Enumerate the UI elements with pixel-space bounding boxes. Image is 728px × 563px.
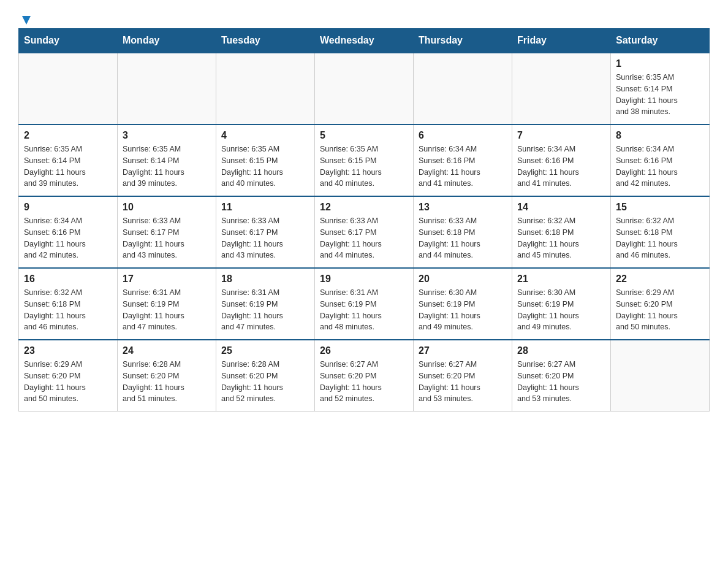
day-number: 21 [517, 274, 605, 285]
day-header-thursday: Thursday [414, 29, 512, 53]
calendar-cell: 16Sunrise: 6:32 AMSunset: 6:18 PMDayligh… [19, 268, 118, 340]
day-header-tuesday: Tuesday [216, 29, 315, 53]
calendar-cell: 18Sunrise: 6:31 AMSunset: 6:19 PMDayligh… [216, 268, 315, 340]
day-info: Sunrise: 6:35 AMSunset: 6:15 PMDaylight:… [320, 144, 408, 190]
day-number: 7 [517, 130, 605, 141]
calendar-table: SundayMondayTuesdayWednesdayThursdayFrid… [18, 28, 710, 412]
day-info: Sunrise: 6:35 AMSunset: 6:14 PMDaylight:… [24, 144, 112, 190]
calendar-cell: 17Sunrise: 6:31 AMSunset: 6:19 PMDayligh… [118, 268, 216, 340]
calendar-week-row: 1Sunrise: 6:35 AMSunset: 6:14 PMDaylight… [19, 53, 710, 124]
calendar-cell: 12Sunrise: 6:33 AMSunset: 6:17 PMDayligh… [315, 196, 414, 268]
calendar-cell [118, 53, 216, 124]
calendar-cell [216, 53, 315, 124]
day-number: 3 [123, 130, 211, 141]
day-info: Sunrise: 6:32 AMSunset: 6:18 PMDaylight:… [616, 215, 704, 261]
day-number: 15 [616, 202, 704, 213]
day-info: Sunrise: 6:33 AMSunset: 6:17 PMDaylight:… [221, 215, 309, 261]
day-number: 23 [24, 345, 112, 356]
day-number: 19 [320, 274, 408, 285]
calendar-cell: 3Sunrise: 6:35 AMSunset: 6:14 PMDaylight… [118, 124, 216, 196]
day-info: Sunrise: 6:32 AMSunset: 6:18 PMDaylight:… [517, 215, 605, 261]
calendar-cell: 26Sunrise: 6:27 AMSunset: 6:20 PMDayligh… [315, 340, 414, 412]
calendar-cell: 25Sunrise: 6:28 AMSunset: 6:20 PMDayligh… [216, 340, 315, 412]
day-header-wednesday: Wednesday [315, 29, 414, 53]
day-number: 1 [616, 58, 704, 69]
calendar-cell [611, 340, 710, 412]
day-number: 20 [419, 274, 507, 285]
day-number: 18 [221, 274, 309, 285]
day-info: Sunrise: 6:31 AMSunset: 6:19 PMDaylight:… [320, 287, 408, 333]
day-number: 22 [616, 274, 704, 285]
day-info: Sunrise: 6:33 AMSunset: 6:18 PMDaylight:… [419, 215, 507, 261]
calendar-cell: 7Sunrise: 6:34 AMSunset: 6:16 PMDaylight… [512, 124, 611, 196]
day-info: Sunrise: 6:33 AMSunset: 6:17 PMDaylight:… [123, 215, 211, 261]
day-number: 28 [517, 345, 605, 356]
day-info: Sunrise: 6:27 AMSunset: 6:20 PMDaylight:… [320, 359, 408, 405]
day-info: Sunrise: 6:34 AMSunset: 6:16 PMDaylight:… [616, 144, 704, 190]
day-number: 9 [24, 202, 112, 213]
day-info: Sunrise: 6:35 AMSunset: 6:14 PMDaylight:… [616, 72, 704, 118]
calendar-cell: 10Sunrise: 6:33 AMSunset: 6:17 PMDayligh… [118, 196, 216, 268]
day-header-saturday: Saturday [611, 29, 710, 53]
day-info: Sunrise: 6:27 AMSunset: 6:20 PMDaylight:… [517, 359, 605, 405]
day-info: Sunrise: 6:35 AMSunset: 6:15 PMDaylight:… [221, 144, 309, 190]
day-header-monday: Monday [118, 29, 216, 53]
logo [18, 12, 33, 22]
calendar-cell [414, 53, 512, 124]
calendar-week-row: 9Sunrise: 6:34 AMSunset: 6:16 PMDaylight… [19, 196, 710, 268]
calendar-header-row: SundayMondayTuesdayWednesdayThursdayFrid… [19, 29, 710, 53]
logo-arrow-icon [20, 13, 33, 27]
day-info: Sunrise: 6:34 AMSunset: 6:16 PMDaylight:… [24, 215, 112, 261]
calendar-week-row: 2Sunrise: 6:35 AMSunset: 6:14 PMDaylight… [19, 124, 710, 196]
calendar-cell: 15Sunrise: 6:32 AMSunset: 6:18 PMDayligh… [611, 196, 710, 268]
calendar-cell: 5Sunrise: 6:35 AMSunset: 6:15 PMDaylight… [315, 124, 414, 196]
calendar-cell: 24Sunrise: 6:28 AMSunset: 6:20 PMDayligh… [118, 340, 216, 412]
calendar-cell: 6Sunrise: 6:34 AMSunset: 6:16 PMDaylight… [414, 124, 512, 196]
day-number: 13 [419, 202, 507, 213]
day-number: 10 [123, 202, 211, 213]
calendar-cell [315, 53, 414, 124]
calendar-week-row: 23Sunrise: 6:29 AMSunset: 6:20 PMDayligh… [19, 340, 710, 412]
day-number: 11 [221, 202, 309, 213]
day-info: Sunrise: 6:35 AMSunset: 6:14 PMDaylight:… [123, 144, 211, 190]
calendar-cell: 13Sunrise: 6:33 AMSunset: 6:18 PMDayligh… [414, 196, 512, 268]
calendar-cell: 8Sunrise: 6:34 AMSunset: 6:16 PMDaylight… [611, 124, 710, 196]
day-header-sunday: Sunday [19, 29, 118, 53]
day-info: Sunrise: 6:29 AMSunset: 6:20 PMDaylight:… [616, 287, 704, 333]
day-info: Sunrise: 6:34 AMSunset: 6:16 PMDaylight:… [517, 144, 605, 190]
day-info: Sunrise: 6:34 AMSunset: 6:16 PMDaylight:… [419, 144, 507, 190]
calendar-cell: 14Sunrise: 6:32 AMSunset: 6:18 PMDayligh… [512, 196, 611, 268]
day-number: 2 [24, 130, 112, 141]
calendar-cell: 28Sunrise: 6:27 AMSunset: 6:20 PMDayligh… [512, 340, 611, 412]
day-number: 17 [123, 274, 211, 285]
day-info: Sunrise: 6:30 AMSunset: 6:19 PMDaylight:… [517, 287, 605, 333]
svg-marker-0 [22, 16, 31, 25]
day-info: Sunrise: 6:31 AMSunset: 6:19 PMDaylight:… [123, 287, 211, 333]
day-info: Sunrise: 6:31 AMSunset: 6:19 PMDaylight:… [221, 287, 309, 333]
calendar-cell: 22Sunrise: 6:29 AMSunset: 6:20 PMDayligh… [611, 268, 710, 340]
calendar-cell [19, 53, 118, 124]
day-number: 6 [419, 130, 507, 141]
calendar-cell: 1Sunrise: 6:35 AMSunset: 6:14 PMDaylight… [611, 53, 710, 124]
day-number: 25 [221, 345, 309, 356]
calendar-cell: 2Sunrise: 6:35 AMSunset: 6:14 PMDaylight… [19, 124, 118, 196]
calendar-cell: 20Sunrise: 6:30 AMSunset: 6:19 PMDayligh… [414, 268, 512, 340]
calendar-week-row: 16Sunrise: 6:32 AMSunset: 6:18 PMDayligh… [19, 268, 710, 340]
calendar-cell: 27Sunrise: 6:27 AMSunset: 6:20 PMDayligh… [414, 340, 512, 412]
day-info: Sunrise: 6:33 AMSunset: 6:17 PMDaylight:… [320, 215, 408, 261]
day-info: Sunrise: 6:30 AMSunset: 6:19 PMDaylight:… [419, 287, 507, 333]
day-info: Sunrise: 6:29 AMSunset: 6:20 PMDaylight:… [24, 359, 112, 405]
calendar-cell: 23Sunrise: 6:29 AMSunset: 6:20 PMDayligh… [19, 340, 118, 412]
day-number: 27 [419, 345, 507, 356]
day-number: 26 [320, 345, 408, 356]
page-header [18, 12, 710, 22]
day-number: 8 [616, 130, 704, 141]
calendar-cell: 21Sunrise: 6:30 AMSunset: 6:19 PMDayligh… [512, 268, 611, 340]
day-number: 4 [221, 130, 309, 141]
day-number: 14 [517, 202, 605, 213]
calendar-cell: 19Sunrise: 6:31 AMSunset: 6:19 PMDayligh… [315, 268, 414, 340]
calendar-cell: 11Sunrise: 6:33 AMSunset: 6:17 PMDayligh… [216, 196, 315, 268]
day-header-friday: Friday [512, 29, 611, 53]
day-info: Sunrise: 6:27 AMSunset: 6:20 PMDaylight:… [419, 359, 507, 405]
calendar-cell [512, 53, 611, 124]
